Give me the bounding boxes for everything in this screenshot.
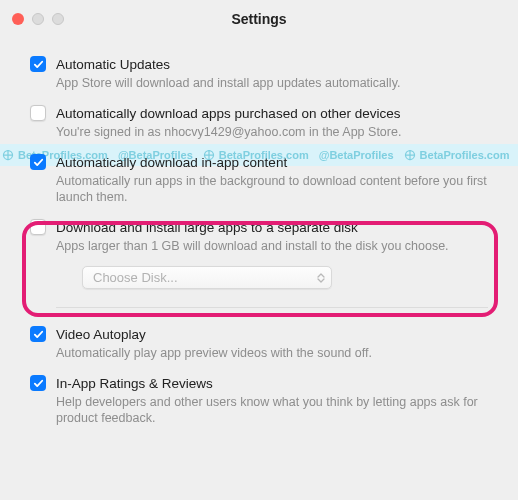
option-label: Automatically download in-app content <box>56 154 488 171</box>
option-desc: App Store will download and install app … <box>56 75 488 91</box>
checkbox-large-apps-disk[interactable] <box>30 219 46 235</box>
checkbox-auto-updates[interactable] <box>30 56 46 72</box>
choose-disk-select[interactable]: Choose Disk... <box>82 266 332 289</box>
option-desc: Automatically play app preview videos wi… <box>56 345 488 361</box>
option-label: Video Autoplay <box>56 326 488 343</box>
option-auto-download-inapp: Automatically download in-app content Au… <box>30 154 488 205</box>
option-auto-download-purchased: Automatically download apps purchased on… <box>30 105 488 140</box>
option-ratings-reviews: In-App Ratings & Reviews Help developers… <box>30 375 488 426</box>
checkbox-ratings-reviews[interactable] <box>30 375 46 391</box>
checkbox-auto-download-purchased[interactable] <box>30 105 46 121</box>
select-placeholder: Choose Disk... <box>93 270 178 285</box>
option-auto-updates: Automatic Updates App Store will downloa… <box>30 56 488 91</box>
option-large-apps-disk: Download and install large apps to a sep… <box>30 219 488 289</box>
checkbox-video-autoplay[interactable] <box>30 326 46 342</box>
chevron-updown-icon <box>317 273 325 283</box>
settings-window: Settings BetaProfiles.com @BetaProfiles … <box>0 0 518 500</box>
option-desc: You're signed in as nhocvy1429@yahoo.com… <box>56 124 488 140</box>
option-label: Automatically download apps purchased on… <box>56 105 488 122</box>
option-desc: Apps larger than 1 GB will download and … <box>56 238 488 254</box>
settings-content: Automatic Updates App Store will downloa… <box>0 38 518 426</box>
divider <box>56 307 488 308</box>
option-video-autoplay: Video Autoplay Automatically play app pr… <box>30 326 488 361</box>
option-label: In-App Ratings & Reviews <box>56 375 488 392</box>
option-label: Automatic Updates <box>56 56 488 73</box>
titlebar: Settings <box>0 0 518 38</box>
page-title: Settings <box>0 11 518 27</box>
option-desc: Automatically run apps in the background… <box>56 173 488 205</box>
option-desc: Help developers and other users know wha… <box>56 394 488 426</box>
option-label: Download and install large apps to a sep… <box>56 219 488 236</box>
checkbox-auto-download-inapp[interactable] <box>30 154 46 170</box>
